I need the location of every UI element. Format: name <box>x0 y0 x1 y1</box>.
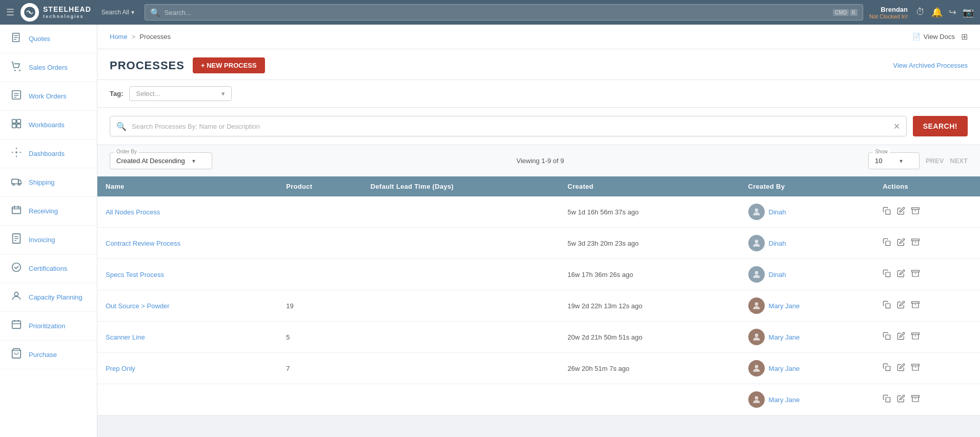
logo-icon <box>21 3 39 22</box>
svg-point-26 <box>14 292 18 296</box>
svg-rect-46 <box>912 302 920 303</box>
svg-point-56 <box>754 396 758 400</box>
edit-icon[interactable] <box>897 394 905 405</box>
sidebar-item-label: Invoicing <box>29 236 55 244</box>
cell-created-by: Mary Jane <box>740 322 875 353</box>
clock-icon[interactable]: ⏱ <box>916 7 925 18</box>
process-link[interactable]: Specs Test Process <box>106 271 164 279</box>
new-process-button[interactable]: + NEW PROCESS <box>193 57 265 73</box>
hamburger-icon[interactable]: ☰ <box>6 7 14 18</box>
process-search-bar: 🔍 ✕ <box>110 116 907 136</box>
sidebar-item-workboards[interactable]: Workboards <box>0 111 97 140</box>
archive-icon[interactable] <box>911 269 920 280</box>
top-navigation: ☰ STEELHEAD technologies Search All ▾ 🔍 … <box>0 0 980 25</box>
table-row: Scanner Line 5 20w 2d 21h 50m 51s ago Ma… <box>97 322 980 353</box>
view-docs-button[interactable]: 📄 View Docs <box>912 33 955 41</box>
view-archived-link[interactable]: View Archived Processes <box>893 62 968 69</box>
edit-icon[interactable] <box>897 269 905 280</box>
archive-icon[interactable] <box>911 363 920 373</box>
search-button[interactable]: SEARCH! <box>913 116 968 136</box>
bell-icon[interactable]: 🔔 <box>931 7 943 18</box>
process-link[interactable]: Prep Only <box>106 365 135 372</box>
edit-icon[interactable] <box>897 363 905 373</box>
global-search-bar[interactable]: 🔍 CMD K <box>145 4 863 21</box>
edit-icon[interactable] <box>897 332 905 342</box>
sidebar-item-capacity-planning[interactable]: Capacity Planning <box>0 283 97 312</box>
copy-icon[interactable] <box>883 301 891 311</box>
svg-rect-45 <box>886 304 890 308</box>
next-button[interactable]: NEXT <box>950 157 968 165</box>
avatar <box>748 360 765 376</box>
prev-button[interactable]: PREV <box>926 157 944 165</box>
process-link[interactable]: Out Source > Powder <box>106 302 170 310</box>
edit-icon[interactable] <box>897 301 905 311</box>
sidebar-item-shipping[interactable]: Shipping <box>0 168 97 197</box>
svg-point-16 <box>15 151 17 153</box>
main-layout: Quotes Sales Orders Work Orders Workboar… <box>0 25 980 437</box>
cell-lead-time <box>362 322 559 353</box>
user-info: Brendan Not Clocked In! <box>869 6 908 19</box>
sidebar-item-invoicing[interactable]: Invoicing <box>0 226 97 254</box>
tag-select[interactable]: Select... ▾ <box>129 86 232 101</box>
svg-rect-20 <box>12 207 21 214</box>
pagination: PREV NEXT <box>926 157 968 165</box>
archive-icon[interactable] <box>911 238 920 248</box>
breadcrumb-separator: > <box>132 33 136 41</box>
camera-icon[interactable]: 📷 <box>963 7 974 18</box>
viewing-info: Viewing 1-9 of 9 <box>516 157 564 165</box>
sidebar-item-prioritization[interactable]: Prioritization <box>0 312 97 341</box>
archive-icon[interactable] <box>911 207 920 217</box>
search-all-button[interactable]: Search All ▾ <box>97 7 138 18</box>
archive-icon[interactable] <box>911 332 920 342</box>
process-link[interactable]: Scanner Line <box>106 333 145 341</box>
sidebar-item-work-orders[interactable]: Work Orders <box>0 82 97 111</box>
edit-icon[interactable] <box>897 207 905 217</box>
sidebar-item-label: Dashboards <box>29 150 65 157</box>
signout-icon[interactable]: ↪ <box>949 7 956 18</box>
sidebar-item-purchase[interactable]: Purchase <box>0 341 97 369</box>
sidebar-item-label: Purchase <box>29 351 57 359</box>
workboards-icon <box>10 118 23 132</box>
svg-rect-15 <box>17 124 21 128</box>
global-search-input[interactable] <box>165 9 829 16</box>
copy-icon[interactable] <box>883 238 891 248</box>
copy-icon[interactable] <box>883 394 891 405</box>
sidebar-item-dashboards[interactable]: Dashboards <box>0 140 97 168</box>
avatar <box>748 329 765 345</box>
avatar <box>748 204 765 220</box>
archive-icon[interactable] <box>911 301 920 311</box>
sidebar-item-certifications[interactable]: Certifications <box>0 254 97 283</box>
sidebar-item-label: Workboards <box>29 121 65 129</box>
copy-icon[interactable] <box>883 207 891 217</box>
order-chevron-icon: ▾ <box>192 157 195 165</box>
table-row: Specs Test Process 16w 17h 36m 26s ago D… <box>97 259 980 290</box>
process-link[interactable]: All Nodes Process <box>106 208 160 216</box>
cell-product: 19 <box>278 290 362 322</box>
clear-icon[interactable]: ✕ <box>893 122 900 131</box>
table-row: All Nodes Process 5w 1d 16h 56m 37s ago … <box>97 196 980 228</box>
cell-name: Specs Test Process <box>97 259 278 290</box>
copy-icon[interactable] <box>883 332 891 342</box>
search-icon: 🔍 <box>116 122 127 131</box>
show-select[interactable]: Show 10 ▾ <box>868 152 920 169</box>
process-search-input[interactable] <box>132 123 888 130</box>
copy-icon[interactable] <box>883 363 891 373</box>
expand-icon[interactable]: ⊞ <box>961 32 968 42</box>
order-by-select[interactable]: Order By Created At Descending ▾ <box>110 152 212 169</box>
svg-point-18 <box>13 184 15 186</box>
sidebar-item-sales-orders[interactable]: Sales Orders <box>0 53 97 82</box>
search-row: 🔍 ✕ SEARCH! <box>97 108 980 145</box>
archive-icon[interactable] <box>911 394 920 405</box>
order-by-group: Order By Created At Descending ▾ <box>110 152 212 169</box>
receiving-icon <box>10 204 23 218</box>
breadcrumb-home[interactable]: Home <box>110 33 128 41</box>
tag-chevron-icon: ▾ <box>221 90 225 97</box>
sidebar-item-receiving[interactable]: Receiving <box>0 197 97 226</box>
sidebar-item-quotes[interactable]: Quotes <box>0 25 97 53</box>
copy-icon[interactable] <box>883 269 891 280</box>
svg-rect-42 <box>912 270 920 272</box>
edit-icon[interactable] <box>897 238 905 248</box>
quotes-icon <box>10 32 23 46</box>
content-area: Home > Processes 📄 View Docs ⊞ PROCESSES… <box>97 25 980 437</box>
process-link[interactable]: Contract Review Process <box>106 240 180 247</box>
